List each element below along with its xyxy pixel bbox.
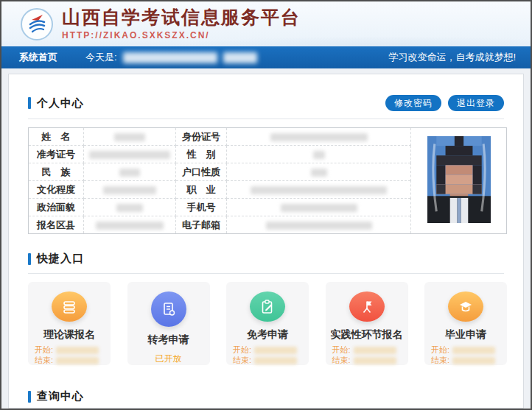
date-redacted — [56, 347, 99, 354]
card-status-open: 已开放 — [155, 353, 182, 365]
main-panel: 个人中心 修改密码 退出登录 姓 名 身份证号 — [8, 74, 524, 409]
logo-icon — [23, 10, 51, 38]
card-theory-course-registration[interactable]: 理论课报名 开始: 结束: — [28, 282, 111, 365]
query-center-header: 查询中心 — [28, 389, 504, 403]
card-dates: 开始: 结束: — [226, 344, 309, 365]
card-dates: 开始: 结束: — [28, 344, 111, 365]
nav-today: 今天是: — [85, 51, 257, 64]
section-divider — [28, 119, 504, 119]
personal-center-title: 个人中心 — [37, 96, 84, 110]
card-label: 免考申请 — [247, 328, 288, 342]
section-bar-icon — [28, 391, 31, 403]
field-label-political-status: 政治面貌 — [29, 199, 84, 216]
field-value-redacted — [227, 146, 411, 163]
nav-date-redacted — [123, 52, 257, 63]
card-label: 转考申请 — [148, 333, 189, 347]
quick-entry-title: 快捷入口 — [37, 252, 84, 266]
card-dates: 开始: 结束: — [326, 344, 408, 365]
content-area: 个人中心 修改密码 退出登录 姓 名 身份证号 — [1, 68, 531, 409]
id-photo-cell — [411, 128, 507, 234]
section-bar-icon — [28, 97, 31, 109]
nav-home-link[interactable]: 系统首页 — [19, 51, 57, 64]
top-navbar: 系统首页 今天是: 学习改变命运，自考成就梦想! — [1, 46, 531, 68]
section-divider — [28, 273, 504, 274]
card-graduation-application[interactable]: 毕业申请 开始: 结束: — [424, 282, 507, 365]
card-transfer-application[interactable]: 转考申请 已开放 — [127, 282, 210, 365]
date-redacted — [452, 347, 495, 354]
query-center-title: 查询中心 — [37, 389, 84, 403]
date-redacted — [354, 347, 396, 354]
quick-entry-cards: 理论课报名 开始: 结束: 转考申 — [28, 282, 507, 365]
date-redacted — [254, 357, 297, 364]
field-label-household-type: 户口性质 — [175, 163, 227, 181]
clipboard-pen-icon — [250, 291, 285, 322]
site-logo[interactable] — [21, 8, 53, 40]
stack-icon — [52, 291, 87, 322]
field-label-ethnicity: 民 族 — [29, 163, 84, 181]
card-label: 实践性环节报名 — [331, 328, 403, 342]
site-url: HTTP://ZIKAO.SXKSZX.CN/ — [62, 30, 301, 40]
flag-icon — [349, 291, 385, 322]
field-label-education: 文化程度 — [29, 181, 84, 199]
date-redacted — [254, 347, 297, 354]
field-value-redacted — [227, 128, 411, 146]
field-value-redacted — [227, 199, 411, 216]
brand-block: 山西自学考试信息服务平台 HTTP://ZIKAO.SXKSZX.CN/ — [62, 7, 301, 40]
graduation-cap-icon — [448, 291, 483, 322]
personal-center-header: 个人中心 修改密码 退出登录 — [28, 95, 504, 111]
field-value-redacted — [83, 128, 175, 146]
table-row: 姓 名 身份证号 — [29, 128, 507, 146]
document-search-icon — [151, 291, 186, 327]
site-title: 山西自学考试信息服务平台 — [62, 7, 301, 28]
id-photo — [427, 136, 491, 223]
logout-button[interactable]: 退出登录 — [448, 95, 504, 111]
quick-entry-header: 快捷入口 — [28, 252, 504, 266]
card-practical-session-registration[interactable]: 实践性环节报名 开始: 结束: — [326, 282, 408, 365]
nav-slogan: 学习改变命运，自考成就梦想! — [388, 51, 516, 64]
date-redacted — [354, 357, 396, 364]
field-value-redacted — [83, 216, 175, 234]
date-redacted — [56, 357, 99, 364]
profile-table: 姓 名 身份证号 — [28, 127, 507, 234]
field-value-redacted — [83, 163, 175, 181]
card-dates: 开始: 结束: — [424, 344, 507, 365]
field-value-redacted — [227, 216, 411, 234]
start-label: 开始: — [35, 344, 53, 356]
card-exemption-application[interactable]: 免考申请 开始: 结束: — [226, 282, 309, 365]
field-value-redacted — [83, 146, 175, 163]
card-label: 毕业申请 — [445, 328, 486, 342]
field-label-email: 电子邮箱 — [175, 216, 227, 234]
field-label-name: 姓 名 — [29, 128, 84, 146]
field-label-ticket-number: 准考证号 — [29, 146, 84, 163]
field-label-gender: 性 别 — [175, 146, 227, 163]
site-banner: 山西自学考试信息服务平台 HTTP://ZIKAO.SXKSZX.CN/ — [1, 1, 531, 46]
end-label: 结束: — [233, 355, 251, 366]
start-label: 开始: — [332, 344, 351, 356]
field-label-occupation: 职 业 — [175, 181, 227, 199]
change-password-button[interactable]: 修改密码 — [385, 95, 441, 111]
field-label-district: 报名区县 — [29, 216, 84, 234]
start-label: 开始: — [431, 344, 449, 356]
end-label: 结束: — [35, 355, 53, 366]
field-value-redacted — [227, 181, 411, 199]
field-value-redacted — [83, 181, 175, 199]
section-bar-icon — [28, 253, 31, 265]
date-redacted — [452, 357, 495, 364]
field-value-redacted — [227, 163, 411, 181]
end-label: 结束: — [332, 355, 351, 366]
card-label: 理论课报名 — [43, 328, 95, 342]
field-label-id-number: 身份证号 — [175, 128, 227, 146]
field-label-phone: 手机号 — [175, 199, 227, 216]
end-label: 结束: — [431, 355, 449, 366]
field-value-redacted — [83, 199, 175, 216]
start-label: 开始: — [233, 344, 251, 356]
app-window: 山西自学考试信息服务平台 HTTP://ZIKAO.SXKSZX.CN/ 系统首… — [0, 0, 532, 410]
nav-today-label: 今天是: — [85, 51, 117, 64]
